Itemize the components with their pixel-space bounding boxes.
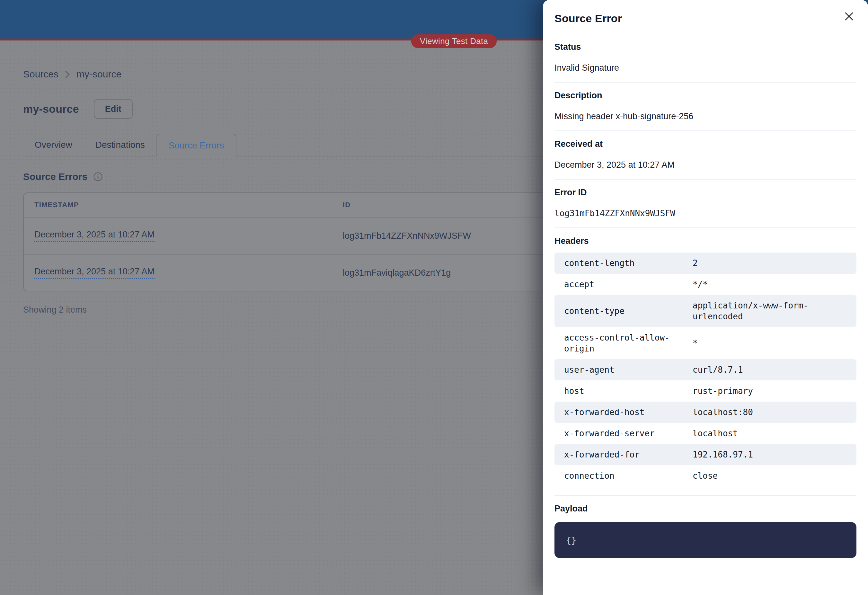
drawer-title: Source Error xyxy=(555,12,856,25)
tab-destinations[interactable]: Destinations xyxy=(84,134,156,156)
divider xyxy=(555,495,856,496)
header-value: localhost xyxy=(692,428,847,439)
headers-table: content-length 2 accept */* content-type… xyxy=(555,252,856,486)
header-value: close xyxy=(692,470,847,481)
close-icon xyxy=(844,12,854,21)
header-row: accept */* xyxy=(555,274,856,295)
tab-bar: Overview Destinations Source Errors xyxy=(23,134,543,157)
breadcrumb-separator-icon xyxy=(65,70,70,79)
header-key: access-control-allow-origin xyxy=(564,332,692,354)
header-row: connection close xyxy=(555,465,856,486)
tab-source-errors[interactable]: Source Errors xyxy=(156,134,236,157)
payload-section: Payload {} xyxy=(555,504,856,558)
header-row: user-agent curl/8.7.1 xyxy=(555,359,856,380)
header-row: x-forwarded-server localhost xyxy=(555,423,856,444)
table-row[interactable]: December 3, 2025 at 10:27 AM log31mFb14Z… xyxy=(24,217,545,254)
received-at-section: Received at December 3, 2025 at 10:27 AM xyxy=(555,139,856,170)
table-header-row: TIMESTAMP ID xyxy=(24,193,545,217)
error-id-cell: log31mFb14ZZFXnNNx9WJSFW xyxy=(343,231,545,241)
breadcrumb-current: my-source xyxy=(77,69,121,80)
header-key: content-type xyxy=(564,306,692,316)
header-key: x-forwarded-for xyxy=(564,449,692,460)
divider xyxy=(555,130,856,131)
header-value: rust-primary xyxy=(692,385,847,396)
header-value: 2 xyxy=(692,258,847,269)
header-value: application/x-www-form-urlencoded xyxy=(692,300,847,322)
table-row[interactable]: December 3, 2025 at 10:27 AM log31mFaviq… xyxy=(24,254,545,291)
error-id-label: Error ID xyxy=(555,188,856,198)
close-button[interactable] xyxy=(841,9,856,24)
status-value: Invalid Signature xyxy=(555,62,856,73)
header-key: x-forwarded-server xyxy=(564,428,692,439)
headers-section: Headers content-length 2 accept */* cont… xyxy=(555,236,856,486)
section-title: Source Errors xyxy=(23,171,87,182)
breadcrumb-sources[interactable]: Sources xyxy=(23,69,59,80)
error-id-cell: log31mFaviqlagaKD6zrtY1g xyxy=(343,268,545,278)
edit-button[interactable]: Edit xyxy=(94,99,133,119)
header-row: x-forwarded-for 192.168.97.1 xyxy=(555,444,856,465)
app-root: Development Development Viewing Test Dat… xyxy=(0,0,868,595)
payload-label: Payload xyxy=(555,504,856,514)
status-label: Status xyxy=(555,42,856,52)
header-key: content-length xyxy=(564,258,692,269)
payload-value: {} xyxy=(566,535,577,545)
received-at-value: December 3, 2025 at 10:27 AM xyxy=(555,159,856,170)
header-row: host rust-primary xyxy=(555,380,856,402)
header-key: user-agent xyxy=(564,364,692,375)
header-row: access-control-allow-origin * xyxy=(555,327,856,359)
description-label: Description xyxy=(555,91,856,100)
source-error-drawer: Source Error Status Invalid Signature De… xyxy=(543,0,868,595)
page-title: my-source xyxy=(23,103,79,115)
header-value: */* xyxy=(692,279,847,290)
header-row: content-type application/x-www-form-urle… xyxy=(555,295,856,327)
column-header-id: ID xyxy=(343,201,545,209)
header-value: localhost:80 xyxy=(692,407,847,418)
received-at-label: Received at xyxy=(555,139,856,149)
header-value: 192.168.97.1 xyxy=(692,449,847,460)
header-value: curl/8.7.1 xyxy=(692,364,847,375)
header-key: connection xyxy=(564,470,692,481)
info-icon[interactable] xyxy=(93,172,103,183)
timestamp-link[interactable]: December 3, 2025 at 10:27 AM xyxy=(34,230,155,242)
test-data-badge: Viewing Test Data xyxy=(411,34,497,48)
timestamp-link[interactable]: December 3, 2025 at 10:27 AM xyxy=(34,267,155,279)
header-row: x-forwarded-host localhost:80 xyxy=(555,402,856,423)
divider xyxy=(555,82,856,83)
headers-label: Headers xyxy=(555,236,856,246)
error-id-section: Error ID log31mFb14ZZFXnNNx9WJSFW xyxy=(555,188,856,219)
tab-overview[interactable]: Overview xyxy=(23,134,84,156)
divider xyxy=(555,179,856,180)
description-section: Description Missing header x-hub-signatu… xyxy=(555,91,856,122)
source-errors-table: TIMESTAMP ID December 3, 2025 at 10:27 A… xyxy=(23,192,546,291)
header-key: host xyxy=(564,385,692,396)
header-key: accept xyxy=(564,279,692,290)
column-header-timestamp: TIMESTAMP xyxy=(34,201,343,209)
status-section: Status Invalid Signature xyxy=(555,42,856,73)
header-value: * xyxy=(692,338,847,348)
error-id-value: log31mFb14ZZFXnNNx9WJSFW xyxy=(555,208,856,219)
header-row: content-length 2 xyxy=(555,252,856,274)
header-key: x-forwarded-host xyxy=(564,407,692,418)
divider xyxy=(555,227,856,228)
payload-box: {} xyxy=(555,522,856,558)
description-value: Missing header x-hub-signature-256 xyxy=(555,111,856,122)
